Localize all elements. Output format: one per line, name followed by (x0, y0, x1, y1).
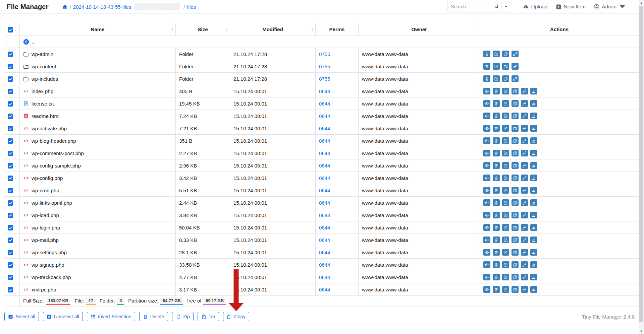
duplicate-button[interactable] (512, 249, 519, 256)
perms-link[interactable]: 0644 (319, 188, 330, 193)
link-button[interactable] (521, 187, 528, 194)
preview-button[interactable] (483, 137, 490, 144)
file-name-link[interactable]: wp-links-opml.php (32, 200, 72, 206)
perms-link[interactable]: 0755 (319, 64, 330, 69)
duplicate-button[interactable] (502, 63, 509, 70)
duplicate-button[interactable] (512, 212, 519, 218)
link-button[interactable] (521, 212, 528, 218)
file-name-link[interactable]: wp-settings.php (32, 250, 67, 255)
row-checkbox[interactable] (8, 287, 13, 292)
delete-button[interactable] (493, 125, 500, 132)
toolbar-button-unselect-all[interactable]: Unselect all (43, 312, 83, 321)
perms-link[interactable]: 0644 (319, 200, 330, 206)
toolbar-button-zip[interactable]: Zip (172, 312, 194, 321)
perms-link[interactable]: 0644 (319, 262, 330, 268)
duplicate-button[interactable] (512, 100, 519, 107)
delete-button[interactable] (493, 150, 500, 156)
preview-button[interactable] (483, 125, 490, 132)
column-header-name[interactable]: Name ▴▾ (20, 23, 176, 36)
delete-button[interactable] (493, 224, 500, 231)
duplicate-button[interactable] (512, 175, 519, 181)
download-button[interactable] (530, 88, 537, 94)
link-button[interactable] (521, 237, 528, 243)
row-checkbox[interactable] (8, 188, 13, 193)
download-button[interactable] (530, 137, 537, 144)
download-button[interactable] (530, 224, 537, 231)
edit-button[interactable] (493, 75, 500, 82)
link-button[interactable] (512, 51, 519, 57)
delete-button[interactable] (493, 137, 500, 144)
toolbar-button-copy[interactable]: Copy (223, 312, 249, 321)
row-checkbox[interactable] (8, 138, 13, 144)
select-all-checkbox[interactable] (8, 27, 13, 32)
delete-button[interactable] (493, 249, 500, 256)
delete-button[interactable] (493, 100, 500, 107)
duplicate-button[interactable] (512, 113, 519, 119)
duplicate-button[interactable] (512, 137, 519, 144)
edit-button[interactable] (502, 137, 509, 144)
row-checkbox[interactable] (8, 275, 13, 280)
link-button[interactable] (521, 175, 528, 181)
link-button[interactable] (521, 113, 528, 119)
toolbar-button-select-all[interactable]: Select all (4, 312, 39, 321)
preview-button[interactable] (483, 162, 490, 169)
perms-link[interactable]: 0644 (319, 287, 330, 292)
perms-link[interactable]: 0755 (319, 76, 330, 82)
file-name-link[interactable]: readme.html (32, 113, 59, 119)
preview-button[interactable] (483, 187, 490, 194)
admin-menu-button[interactable]: Admin (594, 4, 625, 10)
link-button[interactable] (521, 100, 528, 107)
search-options-dropdown[interactable] (501, 2, 510, 11)
link-button[interactable] (521, 274, 528, 280)
delete-button[interactable] (493, 162, 500, 169)
download-button[interactable] (530, 125, 537, 132)
toolbar-button-delete[interactable]: Delete (139, 312, 168, 321)
row-checkbox[interactable] (8, 89, 13, 94)
edit-button[interactable] (502, 88, 509, 94)
upload-button[interactable]: Upload (523, 4, 547, 10)
search-input[interactable] (447, 2, 501, 11)
edit-button[interactable] (502, 261, 509, 268)
preview-button[interactable] (483, 150, 490, 156)
link-button[interactable] (521, 88, 528, 94)
download-button[interactable] (530, 187, 537, 194)
folder-name-link[interactable]: wp-admin (32, 51, 53, 57)
duplicate-button[interactable] (502, 51, 509, 57)
edit-button[interactable] (502, 249, 509, 256)
preview-button[interactable] (483, 199, 490, 206)
download-button[interactable] (530, 150, 537, 156)
scroll-up-arrow[interactable]: ▲ (639, 1, 644, 4)
delete-button[interactable] (493, 187, 500, 194)
delete-button[interactable] (493, 88, 500, 94)
perms-link[interactable]: 0644 (319, 88, 330, 94)
preview-button[interactable] (483, 224, 490, 231)
edit-button[interactable] (502, 175, 509, 181)
file-name-link[interactable]: wp-signup.php (32, 262, 64, 268)
duplicate-button[interactable] (512, 224, 519, 231)
file-name-link[interactable]: wp-blog-header.php (32, 138, 76, 144)
edit-button[interactable] (502, 212, 509, 218)
home-icon[interactable] (62, 4, 68, 10)
perms-link[interactable]: 0644 (319, 250, 330, 255)
folder-name-link[interactable]: wp-content (32, 64, 56, 69)
row-checkbox[interactable] (8, 200, 13, 206)
duplicate-button[interactable] (512, 150, 519, 156)
edit-button[interactable] (502, 125, 509, 132)
duplicate-button[interactable] (512, 88, 519, 94)
link-button[interactable] (521, 224, 528, 231)
duplicate-button[interactable] (512, 237, 519, 243)
edit-button[interactable] (502, 237, 509, 243)
scroll-down-arrow[interactable]: ▼ (639, 330, 644, 333)
duplicate-button[interactable] (512, 286, 519, 293)
parent-directory-link[interactable]: .. (23, 39, 635, 45)
row-checkbox[interactable] (8, 225, 13, 230)
toolbar-button-invert-selection[interactable]: Invert Selection (87, 312, 135, 321)
perms-link[interactable]: 0644 (319, 163, 330, 169)
delete-button[interactable] (493, 274, 500, 280)
edit-button[interactable] (502, 286, 509, 293)
duplicate-button[interactable] (512, 187, 519, 194)
delete-button[interactable] (483, 75, 490, 82)
edit-button[interactable] (502, 199, 509, 206)
duplicate-button[interactable] (512, 261, 519, 268)
delete-button[interactable] (493, 286, 500, 293)
